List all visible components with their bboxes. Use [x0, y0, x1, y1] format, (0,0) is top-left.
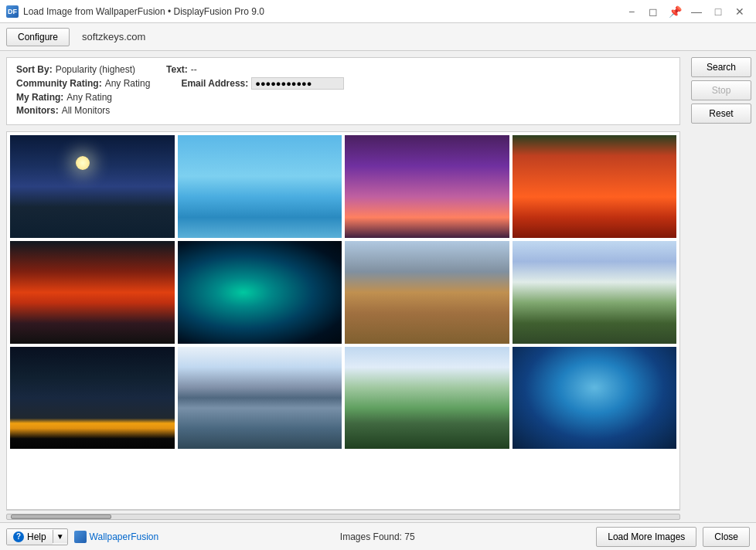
- left-panel: Sort By: Popularity (highest) Text: -- C…: [0, 51, 686, 522]
- image-grid: [7, 132, 679, 452]
- wallpaperfusion-link[interactable]: WallpaperFusion: [74, 531, 159, 543]
- monitors-label: Monitors:: [16, 105, 59, 116]
- sort-by-filter: Sort By: Popularity (highest): [16, 64, 135, 75]
- search-button[interactable]: Search: [691, 57, 751, 77]
- stop-button[interactable]: Stop: [691, 80, 751, 100]
- reset-button[interactable]: Reset: [691, 104, 751, 124]
- image-cell[interactable]: [345, 347, 509, 450]
- title-bar-left: DF Load Image from WallpaperFusion • Dis…: [6, 5, 264, 18]
- filter-row-3: My Rating: Any Rating: [16, 92, 670, 103]
- title-bar: DF Load Image from WallpaperFusion • Dis…: [0, 0, 756, 23]
- load-more-button[interactable]: Load More Images: [596, 527, 696, 547]
- configure-button[interactable]: Configure: [6, 28, 70, 46]
- wallpaperfusion-label: WallpaperFusion: [90, 531, 159, 542]
- community-rating-filter: Community Rating: Any Rating: [16, 77, 150, 90]
- horizontal-scrollbar[interactable]: [6, 510, 680, 522]
- wallpaperfusion-icon: [74, 531, 87, 543]
- close-button[interactable]: Close: [703, 527, 750, 547]
- title-bar-title: Load Image from WallpaperFusion • Displa…: [23, 6, 264, 17]
- pin-button[interactable]: 📌: [665, 4, 685, 19]
- help-dropdown-arrow[interactable]: ▼: [53, 530, 67, 543]
- app-icon: DF: [6, 5, 19, 18]
- image-cell[interactable]: [10, 241, 175, 344]
- minimize2-button[interactable]: —: [686, 4, 707, 19]
- image-cell[interactable]: [513, 347, 677, 450]
- image-cell[interactable]: [178, 347, 342, 450]
- email-filter: Email Address:: [181, 77, 344, 90]
- my-rating-value: Any Rating: [66, 92, 112, 103]
- text-label: Text:: [166, 64, 188, 75]
- monitors-value: All Monitors: [62, 105, 111, 116]
- image-cell[interactable]: [345, 241, 509, 344]
- image-cell[interactable]: [10, 347, 175, 450]
- text-filter: Text: --: [166, 64, 197, 75]
- maximize-button[interactable]: □: [708, 4, 728, 19]
- status-right: Load More Images Close: [596, 527, 750, 547]
- community-rating-value: Any Rating: [105, 78, 151, 89]
- monitors-filter: Monitors: All Monitors: [16, 105, 110, 116]
- help-label: Help: [27, 531, 46, 542]
- filter-panel: Sort By: Popularity (highest) Text: -- C…: [6, 57, 680, 125]
- image-cell[interactable]: [178, 241, 342, 344]
- help-icon: ?: [13, 531, 24, 542]
- email-label: Email Address:: [181, 78, 248, 89]
- community-rating-label: Community Rating:: [16, 78, 102, 89]
- text-value: --: [191, 64, 197, 75]
- my-rating-label: My Rating:: [16, 92, 63, 103]
- website-label: softzkeys.com: [82, 31, 145, 42]
- filter-row-4: Monitors: All Monitors: [16, 105, 670, 116]
- filter-row-2: Community Rating: Any Rating Email Addre…: [16, 77, 670, 90]
- toolbar: Configure softzkeys.com: [0, 23, 756, 51]
- status-bar: ? Help ▼ WallpaperFusion Images Found: 7…: [0, 522, 756, 550]
- image-cell[interactable]: [178, 135, 342, 238]
- scrollbar-thumb[interactable]: [11, 514, 111, 519]
- close-window-button[interactable]: ✕: [730, 4, 750, 19]
- images-found-label: Images Found: 75: [165, 531, 590, 542]
- image-cell[interactable]: [345, 135, 509, 238]
- right-panel: Search Stop Reset: [686, 51, 756, 522]
- minimize-button[interactable]: −: [621, 4, 642, 19]
- title-bar-controls: − ◻ 📌 — □ ✕: [621, 4, 750, 19]
- restore-button[interactable]: ◻: [643, 4, 663, 19]
- sort-by-label: Sort By:: [16, 64, 53, 75]
- help-dropdown[interactable]: ? Help ▼: [6, 528, 68, 545]
- image-cell[interactable]: [513, 241, 677, 344]
- email-input[interactable]: [251, 77, 344, 90]
- scrollbar-track[interactable]: [6, 514, 680, 520]
- main-content: Sort By: Popularity (highest) Text: -- C…: [0, 51, 756, 522]
- filter-row-1: Sort By: Popularity (highest) Text: --: [16, 64, 670, 75]
- image-cell[interactable]: [513, 135, 677, 238]
- help-button[interactable]: ? Help: [7, 529, 53, 545]
- my-rating-filter: My Rating: Any Rating: [16, 92, 112, 103]
- sort-by-value: Popularity (highest): [56, 64, 135, 75]
- image-cell[interactable]: [10, 135, 175, 238]
- image-grid-container[interactable]: [6, 131, 680, 510]
